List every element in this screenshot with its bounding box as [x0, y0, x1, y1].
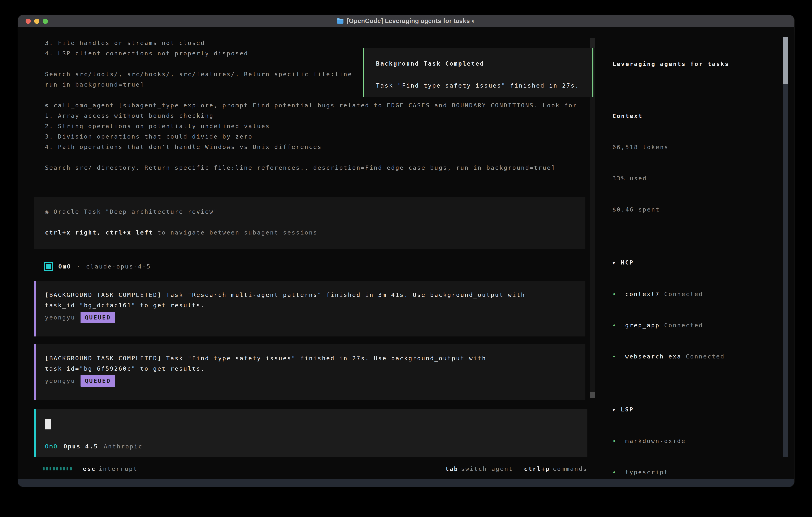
mcp-name: grep_app: [625, 320, 660, 330]
oracle-task-box: ◉ Oracle Task "Deep architecture review"…: [34, 197, 585, 249]
agent-model: claude-opus-4-5: [86, 261, 151, 272]
mcp-name: websearch_exa: [625, 351, 682, 362]
agent-name: OmO: [58, 261, 71, 272]
subagent-shortcut-hint: ctrl+x right, ctrl+x left to navigate be…: [45, 227, 585, 238]
titlebar: [OpenCode] Leveraging agents for tasks ◐: [18, 15, 794, 27]
esc-key: esc: [83, 464, 96, 474]
prompt-input[interactable]: OmO Opus 4.5 Anthropic: [34, 409, 587, 457]
session-title: Leveraging agents for tasks: [612, 59, 780, 69]
lsp-item: •typescript: [612, 467, 780, 478]
dot-icon: •: [612, 320, 625, 330]
background-task-card: [BACKGROUND TASK COMPLETED] Task "Find t…: [34, 344, 585, 400]
mcp-status: Connected: [664, 289, 703, 299]
esc-label: interrupt: [99, 464, 138, 474]
close-button[interactable]: [26, 19, 31, 24]
lsp-section-header[interactable]: ▼ LSP: [612, 404, 780, 415]
tab-label: switch agent: [461, 464, 513, 474]
traffic-lights: [26, 15, 48, 27]
esc-hint: esc interrupt: [83, 464, 138, 474]
context-header: Context: [612, 111, 780, 121]
mcp-status: Connected: [664, 320, 703, 330]
lsp-item: •markdown-oxide: [612, 436, 780, 446]
commands-key: ctrl+p: [524, 464, 550, 474]
background-task-card: [BACKGROUND TASK COMPLETED] Task "Resear…: [34, 281, 585, 336]
main-scrollbar-thumb[interactable]: [590, 392, 594, 398]
input-agent-name[interactable]: OmO: [45, 441, 58, 452]
dot-icon: •: [612, 289, 625, 299]
sidebar: Leveraging agents for tasks Context 66,5…: [596, 38, 787, 487]
main-scrollbar-thumb-top[interactable]: [590, 38, 594, 48]
input-provider-name: Anthropic: [104, 441, 143, 452]
mcp-item: •websearch_exaConnected: [612, 351, 780, 362]
task-message: [BACKGROUND TASK COMPLETED] Task "Resear…: [45, 290, 585, 310]
task-user: yeongyu: [45, 312, 75, 323]
status-badge: QUEUED: [81, 312, 115, 323]
status-bar: esc interrupt tab switch agent ctrl+p co…: [43, 464, 587, 474]
chevron-down-icon: ▼: [612, 405, 616, 415]
agent-separator: ·: [77, 261, 81, 272]
lsp-header-label: LSP: [621, 404, 634, 415]
input-model-name[interactable]: Opus 4.5: [63, 441, 98, 452]
dot-icon: •: [612, 436, 625, 446]
task-message: [BACKGROUND TASK COMPLETED] Task "Find t…: [45, 353, 585, 374]
lsp-name: markdown-oxide: [625, 436, 686, 446]
oracle-task-title: ◉ Oracle Task "Deep architecture review": [45, 207, 585, 217]
dot-icon: •: [612, 351, 625, 362]
window-title: [OpenCode] Leveraging agents for tasks ◐: [347, 18, 475, 25]
context-used: 33% used: [612, 173, 780, 184]
text-cursor: [45, 419, 51, 430]
mcp-name: context7: [625, 289, 660, 299]
opencode-window: [OpenCode] Leveraging agents for tasks ◐…: [18, 15, 794, 487]
activity-spinner-icon: [43, 467, 72, 470]
folder-icon: [337, 18, 344, 24]
sidebar-scrollbar-track[interactable]: [783, 84, 788, 457]
context-tokens: 66,518 tokens: [612, 142, 780, 152]
shortcut-keys: ctrl+x right, ctrl+x left: [45, 229, 153, 236]
lsp-name: typescript: [625, 467, 669, 478]
commands-hint: ctrl+p commands: [524, 464, 587, 474]
toast-message: Task "Find type safety issues" finished …: [376, 80, 592, 91]
mcp-section-header[interactable]: ▼ MCP: [612, 257, 780, 268]
minimize-button[interactable]: [34, 19, 39, 24]
mcp-item: •context7Connected: [612, 289, 780, 299]
status-badge: QUEUED: [81, 375, 115, 387]
omo-agent-icon: [44, 262, 53, 271]
tab-hint: tab switch agent: [445, 464, 513, 474]
dot-icon: •: [612, 467, 625, 478]
zoom-button[interactable]: [43, 19, 48, 24]
shortcut-description: to navigate between subagent sessions: [153, 229, 318, 236]
toast-title: Background Task Completed: [376, 58, 592, 69]
mcp-item: •grep_appConnected: [612, 320, 780, 330]
background-task-toast: Background Task Completed Task "Find typ…: [362, 48, 593, 97]
mcp-status: Connected: [686, 351, 725, 362]
mcp-header-label: MCP: [621, 257, 634, 268]
sidebar-scrollbar-thumb[interactable]: [783, 37, 788, 84]
window-bottom-edge: [18, 479, 794, 487]
commands-label: commands: [553, 464, 587, 474]
context-spent: $0.46 spent: [612, 204, 780, 215]
agent-session-header[interactable]: OmO · claude-opus-4-5: [44, 261, 151, 272]
chevron-down-icon: ▼: [612, 258, 616, 268]
task-user: yeongyu: [45, 376, 75, 386]
tab-key: tab: [445, 464, 458, 474]
